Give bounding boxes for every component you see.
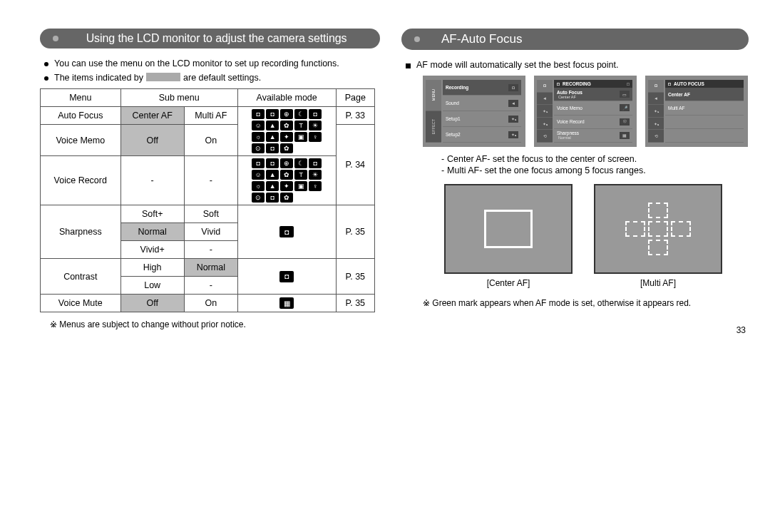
title-dot-icon — [53, 36, 58, 41]
mic-icon: 🎤 — [620, 104, 630, 111]
multi-focus-grid-icon — [625, 203, 691, 255]
mode-icon: ▲ — [266, 121, 279, 131]
cell-modes: ◘ — [237, 259, 336, 295]
cell-sub: - — [120, 156, 184, 205]
left-title-text: Using the LCD monitor to adjust the came… — [66, 32, 367, 45]
mode-icon: T — [294, 121, 307, 131]
default-swatch-icon — [146, 73, 180, 81]
lcd-side-s1: ✦₁ — [648, 105, 664, 118]
table-row: Contrast High Normal ◘ P. 35 — [41, 259, 375, 277]
mode-icon: ☺ — [252, 170, 265, 180]
camera-watermark-icon: ◘ — [627, 81, 630, 86]
mode-icon: ▦ — [279, 297, 294, 309]
mode-icon: ▣ — [294, 132, 307, 142]
cell-menu: Auto Focus — [41, 107, 121, 125]
cell-menu: Voice Record — [41, 156, 121, 205]
mode-icon: ☾ — [294, 109, 307, 119]
af-desc-2: -Multi AF- set the one focus among 5 foc… — [438, 165, 749, 175]
cell-sub: On — [184, 295, 237, 312]
mode-icon: ◘ — [266, 109, 279, 119]
mode-icon: ◘ — [309, 109, 322, 119]
right-column: AF-Auto Focus AF mode will automatically… — [401, 29, 749, 329]
right-footnote: ※ Green mark appears when AF mode is set… — [423, 298, 749, 308]
cell-sub: Soft+ — [120, 205, 184, 223]
mode-icon: ▲ — [266, 170, 279, 180]
mode-icon-grid: ◘◘⊕☾◘ ☺▲✿T☀ ☼▲✦▣♀ ⊙◘✿ — [241, 109, 333, 153]
settings-table: Menu Sub menu Available mode Page Auto F… — [40, 88, 375, 312]
lcd-sidebar: ◘ ◄ ✦₁ ✦₂ ⟲ — [537, 80, 553, 143]
lcd-header: ◘RECORDING◘ — [554, 80, 632, 88]
table-row: Sharpness Soft+ Soft ◘ P. 35 — [41, 205, 375, 223]
right-intro-text: AF mode will automatically set the best … — [416, 60, 618, 70]
cell-page: P. 34 — [336, 125, 374, 205]
title-dot-icon — [414, 36, 420, 42]
bullet-dot-icon — [44, 62, 48, 66]
mode-icon: ☀ — [309, 121, 322, 131]
cell-page: P. 33 — [336, 107, 374, 125]
lcd-header: ◘AUTO FOCUS — [665, 80, 744, 88]
lcd-preview-1: MENU EFFECT Recording◘ Sound◄ Setup1✦₁ S… — [423, 76, 525, 147]
cell-sub: High — [120, 259, 184, 277]
mode-icon: ✿ — [280, 193, 293, 203]
multi-af-preview — [594, 184, 722, 274]
lcd-row-item: Auto FocusCenter AF▭ — [554, 88, 632, 101]
cell-modes: ◘ — [237, 205, 336, 259]
lcd-side-back: ⟲ — [537, 130, 553, 143]
lcd-side-cam: ◘ — [648, 80, 664, 93]
mode-icon: ◘ — [252, 158, 265, 168]
setup2-icon: ✦₂ — [508, 131, 518, 138]
lcd-preview-3: ◘ ◄ ✦₁ ✦₂ ⟲ ◘AUTO FOCUS Center AF Multi … — [645, 76, 748, 147]
mode-icon: ▲ — [266, 132, 279, 142]
cell-menu: Sharpness — [41, 205, 121, 259]
lcd-row-item: Voice Record⦾ — [554, 116, 632, 129]
right-title-pill: AF-Auto Focus — [401, 29, 749, 50]
sound-icon: ◄ — [508, 100, 518, 107]
lcd-side-sound: ◄ — [648, 93, 664, 106]
lcd-row-item: Setup1✦₁ — [443, 111, 521, 127]
center-af-sample: [Center AF] — [444, 184, 573, 288]
lcd-main: ◘AUTO FOCUS Center AF Multi AF — [665, 80, 744, 143]
lcd-preview-2: ◘ ◄ ✦₁ ✦₂ ⟲ ◘RECORDING◘ Auto FocusCenter… — [534, 76, 637, 147]
cell-modes: ◘◘⊕☾◘ ☺▲✿T☀ ☼▲✦▣♀ ⊙◘✿ — [237, 156, 336, 205]
cell-menu: Contrast — [41, 259, 121, 295]
mode-icon: ▲ — [266, 181, 279, 191]
camera-icon: ◘ — [508, 84, 518, 91]
intro-line-1: You can use the menu on the LCD monitor … — [44, 58, 380, 68]
right-title-text: AF-Auto Focus — [427, 32, 736, 46]
cell-sub-default: Off — [120, 295, 184, 312]
mode-icon: ☀ — [309, 170, 322, 180]
mode-icon: ▣ — [294, 181, 307, 191]
lcd-side-effect: EFFECT — [426, 111, 441, 143]
mode-icon: ◘ — [266, 143, 279, 153]
mode-icon: ◘ — [279, 271, 294, 282]
sharpness-icon: ▦ — [620, 132, 630, 139]
lcd-side-cam: ◘ — [537, 80, 553, 93]
lcd-row-item: Recording◘ — [443, 80, 521, 96]
camera-icon: ◘ — [557, 81, 560, 86]
cell-page: P. 35 — [336, 205, 374, 259]
multi-af-sample: [Multi AF] — [594, 184, 722, 288]
bullet-square-icon — [406, 63, 411, 68]
table-row: Voice Mute Off On ▦ P. 35 — [41, 295, 375, 312]
intro-line-2: The items indicated by are default setti… — [44, 73, 380, 83]
left-column: Using the LCD monitor to adjust the came… — [40, 29, 380, 329]
mode-icon: ◘ — [266, 193, 279, 203]
mode-icon: ♀ — [309, 132, 322, 142]
lcd-side-back: ⟲ — [648, 130, 664, 143]
lcd-side-s2: ✦₂ — [648, 118, 664, 131]
mode-icon: ✿ — [280, 170, 293, 180]
cell-sub-default: Normal — [120, 223, 184, 241]
camera-icon: ◘ — [668, 81, 671, 86]
cell-modes: ◘◘⊕☾◘ ☺▲✿T☀ ☼▲✦▣♀ ⊙◘✿ — [237, 107, 336, 156]
right-intro: AF mode will automatically set the best … — [406, 60, 749, 70]
lcd-row-item: Multi AF — [665, 101, 744, 115]
lcd-sidebar: MENU EFFECT — [426, 80, 441, 143]
lcd-side-sound: ◄ — [537, 93, 553, 106]
lcd-row-item: Setup2✦₂ — [443, 127, 521, 143]
lcd-row-item: SharpnessNormal▦ — [554, 129, 632, 143]
lcd-row-item — [665, 116, 744, 129]
mode-icon: ☼ — [252, 132, 265, 142]
mode-icon: ✿ — [280, 121, 293, 131]
bullet-dot-icon — [44, 76, 48, 81]
lcd-side-menu: MENU — [426, 80, 441, 111]
